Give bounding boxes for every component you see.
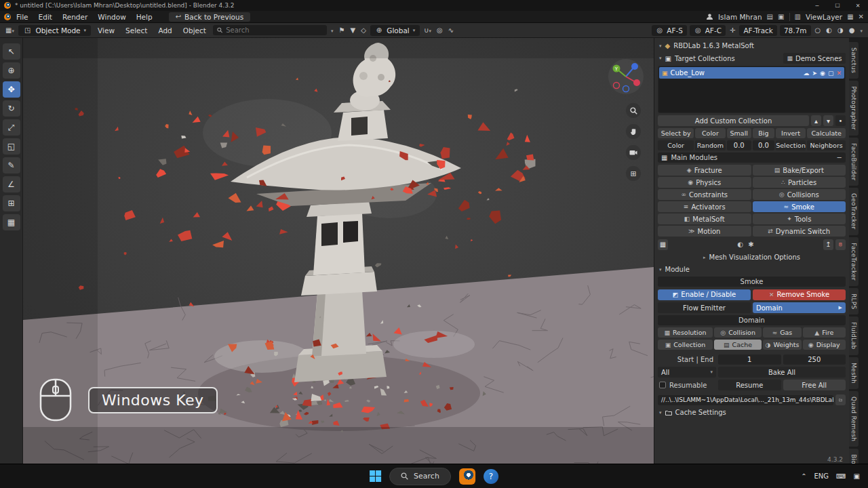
module-smoke[interactable]: ≈Smoke xyxy=(753,201,846,212)
menu-add[interactable]: Add xyxy=(154,25,176,36)
menu-object[interactable]: Object xyxy=(179,25,210,36)
tray-expand-icon[interactable]: ⌃ xyxy=(801,472,806,480)
calculate-button[interactable]: Calculate xyxy=(807,128,846,138)
blender-taskbar-icon[interactable] xyxy=(459,468,475,485)
gas-tab[interactable]: ≈Gas xyxy=(763,327,801,338)
add-custom-collection-button[interactable]: Add Custom Collection xyxy=(658,115,809,126)
demo-scenes-button[interactable]: ▦ Demo Scenes xyxy=(783,53,846,64)
mesh-viz-options-header[interactable]: ▸ Mesh Visualization Options xyxy=(658,252,846,262)
measure-tool[interactable]: ∠ xyxy=(3,176,20,192)
menu-help[interactable]: Help xyxy=(132,12,157,22)
remove-collection-icon[interactable]: ✕ xyxy=(836,70,842,77)
tab-facebuilder[interactable]: FaceBuilder xyxy=(849,138,859,186)
blender-menu-icon[interactable] xyxy=(4,14,11,20)
grid-display-button[interactable]: ▦ xyxy=(658,239,668,250)
tweak-tool[interactable]: ↖ xyxy=(3,43,20,60)
zoom-icon[interactable] xyxy=(626,103,641,118)
focal-distance[interactable]: 78.7m xyxy=(780,25,811,36)
cache-tab[interactable]: ▤Cache xyxy=(714,340,762,350)
viewlayer-remove-icon[interactable]: ✕ xyxy=(859,13,864,20)
bake-all-button[interactable]: Bake All xyxy=(718,367,846,378)
close-button[interactable]: ✕ xyxy=(848,0,868,11)
proportional-edit-icon[interactable]: ◎ xyxy=(435,26,444,34)
render-visibility-icon[interactable]: ▢ xyxy=(828,70,834,77)
move-down-button[interactable]: ▾ xyxy=(823,115,833,126)
resume-button[interactable]: Resume xyxy=(718,380,781,390)
proportional-falloff-icon[interactable]: ∿ xyxy=(447,26,455,34)
navigation-gizmo[interactable]: Y xyxy=(608,58,644,97)
module-collisions[interactable]: ◎Collisions xyxy=(753,189,846,200)
cloud-icon[interactable]: ☁ xyxy=(804,70,810,77)
module-particles[interactable]: ∴Particles xyxy=(753,177,846,188)
menu-select[interactable]: Select xyxy=(121,25,151,36)
taskbar-search[interactable]: Search xyxy=(389,468,451,485)
shading-wireframe-icon[interactable]: ○ xyxy=(814,26,823,34)
main-modules-header[interactable]: ▦ Main Modules − xyxy=(658,152,846,163)
list-options-button[interactable]: • xyxy=(835,115,846,126)
big-value-field[interactable]: 0.0 xyxy=(753,140,774,150)
module-bake-export[interactable]: ▤Bake/Export xyxy=(753,165,846,176)
domain-button[interactable]: Domain▶ xyxy=(753,302,846,313)
annotate-tool[interactable]: ✎ xyxy=(3,157,20,174)
camera-view-icon[interactable] xyxy=(626,145,641,160)
settings-icon[interactable]: ✱ xyxy=(747,241,755,248)
tab-quad-remesh[interactable]: Quad Remesh xyxy=(849,391,859,447)
module-physics[interactable]: ◉Physics xyxy=(658,177,751,188)
neighbors-button[interactable]: Neighbors xyxy=(807,140,846,150)
user-name[interactable]: Islam Mhran xyxy=(718,13,762,21)
tab-meshh[interactable]: Meshh xyxy=(849,357,859,389)
scale-tool[interactable]: ⤢ xyxy=(3,119,20,136)
scene-copy-icon[interactable]: ▤ xyxy=(767,13,773,20)
mode-transfer-icon[interactable]: ⚑ xyxy=(337,26,346,34)
eye-icon[interactable]: ◉ xyxy=(820,70,825,77)
collection-tab[interactable]: ▣Collection xyxy=(658,340,713,350)
move-tool[interactable]: ✥ xyxy=(3,81,20,98)
fire-tab[interactable]: ▲Fire xyxy=(803,327,846,338)
shading-material-icon[interactable]: ◑ xyxy=(836,26,845,34)
resolution-tab[interactable]: ▦Resolution xyxy=(658,327,713,338)
scene-new-icon[interactable]: ▣ xyxy=(778,13,784,20)
start-frame-field[interactable]: 1 xyxy=(718,354,781,365)
tab-sanctus[interactable]: Sanctus xyxy=(849,42,859,79)
shading-dropdown-icon[interactable]: ▾ xyxy=(859,26,864,34)
search-input[interactable] xyxy=(226,26,323,34)
orientation-dropdown[interactable]: ⊕Global▾ xyxy=(370,25,420,36)
collision-tab[interactable]: ◎Collision xyxy=(714,327,762,338)
shading-solid-icon[interactable]: ◐ xyxy=(825,26,833,34)
invert-button[interactable]: Invert xyxy=(776,128,806,138)
select-color-button[interactable]: Color xyxy=(695,128,725,138)
shading-toggle-icon[interactable]: ◐ xyxy=(736,241,745,248)
toggle-ortho-icon[interactable]: ⊞ xyxy=(626,166,641,181)
help-taskbar-icon[interactable]: ? xyxy=(484,469,498,484)
trash-icon[interactable] xyxy=(835,239,846,250)
module-activators[interactable]: ≡Activators xyxy=(658,201,751,212)
collection-row-cube-low[interactable]: ▣ Cube_Low ☁ ➤ ◉ ▢ ✕ xyxy=(659,67,844,79)
select-mode-dropdown-icon[interactable]: ▾ xyxy=(330,26,335,34)
random-button[interactable]: Random xyxy=(695,140,725,150)
flow-emitter-button[interactable]: Flow Emitter xyxy=(658,302,751,313)
language-indicator[interactable]: ENG xyxy=(814,472,829,480)
resumable-checkbox[interactable]: Resumable xyxy=(658,382,716,389)
menu-file[interactable]: File xyxy=(12,12,33,22)
tab-rlps[interactable]: RLPS xyxy=(849,288,859,315)
3d-viewport[interactable]: Y ⊞ xyxy=(23,38,654,464)
tab-facetracker[interactable]: FaceTracker xyxy=(849,237,859,286)
selection-button[interactable]: Selection xyxy=(776,140,806,150)
shading-rendered-icon[interactable]: ● xyxy=(848,26,856,34)
module-constraints[interactable]: ∞Constraints xyxy=(658,189,751,200)
transform-tool[interactable]: ◱ xyxy=(3,138,20,155)
menu-edit[interactable]: Edit xyxy=(34,12,57,22)
start-button[interactable] xyxy=(370,470,381,482)
target-collections-header[interactable]: ▾ ▣ Target Collections xyxy=(658,54,781,64)
rbdlab-header[interactable]: ▾ ◆ RBDLab 1.6.3 MetalSoft xyxy=(658,41,846,51)
pointer-icon[interactable]: ➤ xyxy=(812,70,818,77)
cursor-tool[interactable]: ⊕ xyxy=(3,62,20,79)
select-big-button[interactable]: Big xyxy=(753,128,774,138)
module-fracture[interactable]: ◈Fracture xyxy=(658,165,751,176)
back-to-previous-button[interactable]: ↩ Back to Previous xyxy=(169,12,250,22)
maximize-button[interactable]: ☐ xyxy=(827,0,848,11)
search-box[interactable] xyxy=(213,25,327,35)
collapse-minus-icon[interactable]: − xyxy=(837,154,842,161)
rotate-tool[interactable]: ↻ xyxy=(3,100,20,117)
tab-fluidlab[interactable]: FluidLab xyxy=(849,317,859,354)
